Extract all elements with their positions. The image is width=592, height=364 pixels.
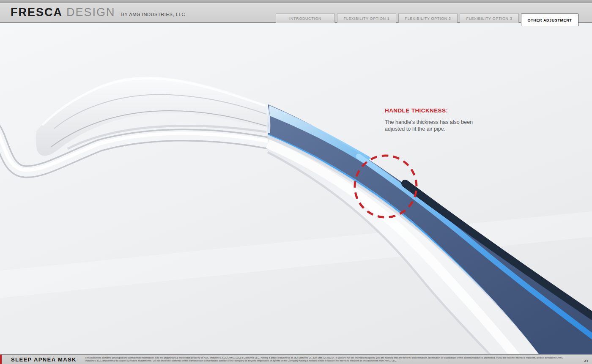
brand-secondary: DESIGN bbox=[66, 6, 115, 19]
brand: FRESCA DESIGN BY AMG INDUSTRIES, LLC. bbox=[11, 6, 186, 19]
tab-bar: INTRODUCTION FLEXIBILITY OPTION 1 FLEXIB… bbox=[276, 0, 578, 25]
footer-product-name: SLEEP APNEA MASK bbox=[11, 356, 77, 363]
annotation-title: HANDLE THICKNESS: bbox=[385, 107, 478, 114]
tab-other-adjustment[interactable]: OTHER ADJUSTMENT bbox=[521, 14, 578, 26]
brand-byline: BY AMG INDUSTRIES, LLC. bbox=[121, 12, 187, 17]
tab-introduction[interactable]: INTRODUCTION bbox=[276, 14, 335, 23]
tab-flexibility-option-3[interactable]: FLEXIBILITY OPTION 3 bbox=[460, 14, 519, 23]
handle-render-svg bbox=[0, 0, 592, 364]
render-stage bbox=[0, 0, 592, 364]
tab-flexibility-option-2[interactable]: FLEXIBILITY OPTION 2 bbox=[398, 14, 458, 23]
footer-disclaimer: This document contains privileged and co… bbox=[85, 356, 566, 362]
annotation-body: The handle's thickness has also been adj… bbox=[385, 119, 478, 132]
footer-bar: SLEEP APNEA MASK This document contains … bbox=[0, 354, 592, 364]
footer-red-accent bbox=[0, 355, 2, 364]
brand-primary: FRESCA bbox=[11, 6, 63, 19]
page-number: 41 bbox=[584, 359, 589, 364]
tab-flexibility-option-1[interactable]: FLEXIBILITY OPTION 1 bbox=[337, 14, 396, 23]
annotation-callout: HANDLE THICKNESS: The handle's thickness… bbox=[385, 107, 478, 132]
